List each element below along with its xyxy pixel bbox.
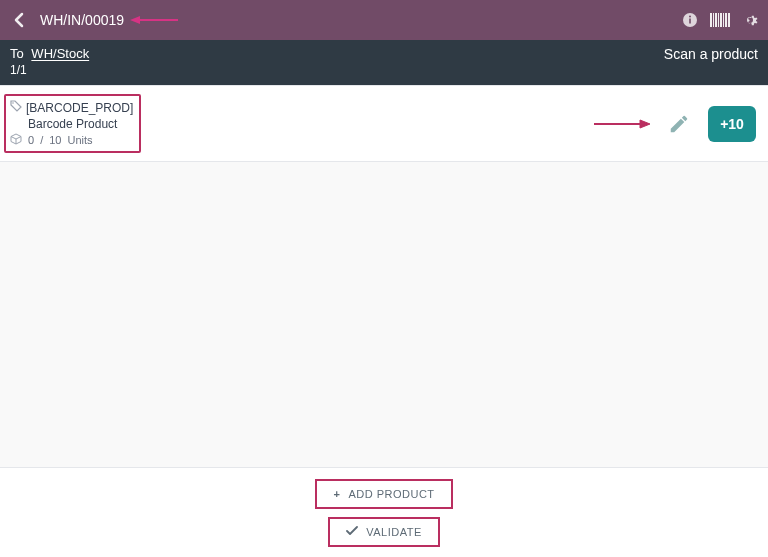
qty-unit: Units: [67, 134, 92, 146]
subbar: To WH/Stock 1/1 Scan a product: [0, 40, 768, 85]
destination-line: To WH/Stock: [10, 46, 89, 61]
row-actions: +10: [594, 106, 756, 142]
destination-link[interactable]: WH/Stock: [31, 46, 89, 61]
barcode-button[interactable]: [710, 13, 730, 27]
qty-separator: /: [40, 134, 43, 146]
annotation-arrow-edit: [594, 119, 650, 129]
increment-button[interactable]: +10: [708, 106, 756, 142]
add-product-label: ADD PRODUCT: [348, 488, 434, 500]
svg-rect-10: [723, 13, 724, 27]
validate-label: VALIDATE: [366, 526, 422, 538]
back-button[interactable]: [10, 12, 28, 28]
page-count: 1/1: [10, 63, 89, 77]
product-code: [BARCODE_PROD]: [26, 101, 133, 115]
svg-rect-11: [725, 13, 727, 27]
svg-rect-3: [689, 19, 691, 24]
svg-rect-8: [718, 13, 719, 27]
qty-total: 10: [49, 134, 61, 146]
svg-rect-5: [710, 13, 712, 27]
svg-marker-1: [130, 16, 140, 24]
info-icon: [682, 12, 698, 28]
tag-icon: [10, 100, 22, 115]
gear-icon: [742, 12, 758, 28]
barcode-icon: [710, 13, 730, 27]
info-button[interactable]: [682, 12, 698, 28]
bottom-actions: + ADD PRODUCT VALIDATE: [0, 467, 768, 557]
scan-hint: Scan a product: [664, 46, 758, 62]
page-title: WH/IN/00019: [40, 12, 124, 28]
pencil-icon: [668, 113, 690, 135]
product-info-highlight: [BARCODE_PROD] Barcode Product 0 / 10 Un…: [4, 94, 141, 153]
annotation-arrow-title: [130, 13, 178, 28]
settings-button[interactable]: [742, 12, 758, 28]
topbar: WH/IN/00019: [0, 0, 768, 40]
svg-point-4: [689, 16, 691, 18]
edit-button[interactable]: [664, 109, 694, 139]
svg-point-13: [12, 102, 14, 104]
qty-done: 0: [28, 134, 34, 146]
chevron-left-icon: [14, 12, 24, 28]
product-name: Barcode Product: [28, 117, 133, 131]
svg-rect-12: [728, 13, 730, 27]
topbar-actions: [682, 12, 758, 28]
content-area: [BARCODE_PROD] Barcode Product 0 / 10 Un…: [0, 85, 768, 468]
svg-rect-6: [713, 13, 714, 27]
add-product-button[interactable]: + ADD PRODUCT: [315, 479, 452, 509]
svg-rect-9: [720, 13, 722, 27]
check-icon: [346, 526, 358, 538]
plus-icon: +: [333, 488, 340, 500]
product-row[interactable]: [BARCODE_PROD] Barcode Product 0 / 10 Un…: [0, 86, 768, 162]
svg-rect-7: [715, 13, 717, 27]
svg-marker-15: [640, 120, 650, 128]
validate-button[interactable]: VALIDATE: [328, 517, 440, 547]
to-label: To: [10, 46, 24, 61]
package-icon: [10, 133, 22, 147]
